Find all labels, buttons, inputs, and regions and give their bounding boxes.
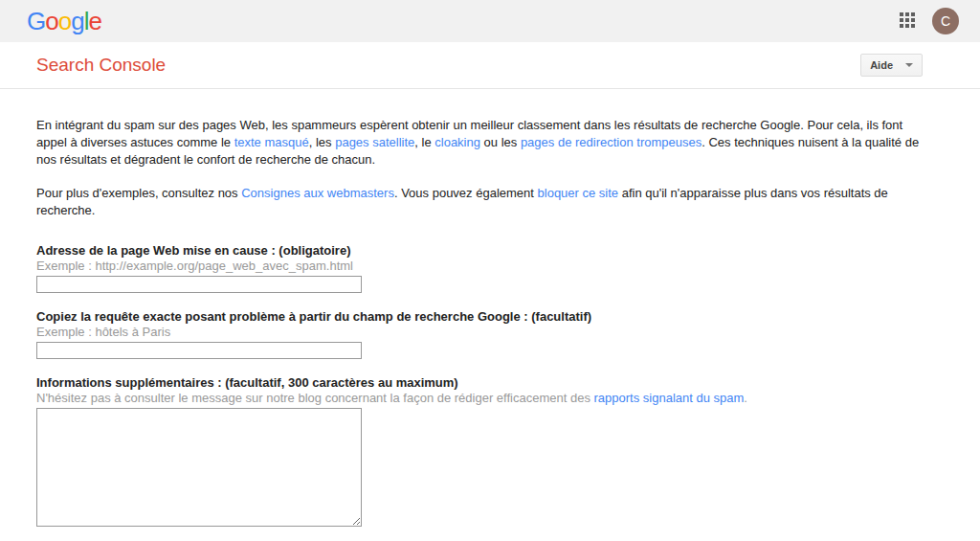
topbar: Google C [0, 0, 980, 42]
title-row: Search Console Aide [0, 42, 980, 88]
avatar-letter: C [941, 13, 950, 29]
text-link[interactable]: cloaking [434, 135, 480, 149]
info-textarea[interactable] [36, 408, 362, 527]
text-link[interactable]: texte masqué [234, 135, 309, 149]
apps-grid-icon[interactable] [900, 12, 917, 30]
intro-paragraph-2: Pour plus d'exemples, consultez nos Cons… [36, 185, 921, 219]
query-field-label: Copiez la requête exacte posant problème… [36, 309, 921, 324]
text-link[interactable]: bloquer ce site [538, 186, 619, 200]
help-button-label: Aide [870, 59, 893, 71]
url-input[interactable] [36, 276, 362, 293]
query-field-hint: Exemple : hôtels à Paris [36, 325, 921, 340]
avatar[interactable]: C [932, 8, 959, 34]
text-link[interactable]: pages satellite [335, 135, 414, 149]
page-title: Search Console [36, 55, 166, 76]
text-link[interactable]: Consignes aux webmasters [241, 186, 394, 200]
spam-report-form: En intégrant du spam sur des pages Web, … [0, 89, 980, 541]
query-field-group: Copiez la requête exacte posant problème… [36, 309, 921, 359]
chevron-down-icon [905, 63, 913, 67]
info-field-label: Informations supplémentaires : (facultat… [36, 375, 921, 390]
help-button[interactable]: Aide [860, 54, 923, 77]
google-logo: Google [27, 9, 101, 34]
url-field-hint: Exemple : http://example.org/page_web_av… [36, 259, 921, 274]
query-input[interactable] [36, 342, 362, 359]
url-field-label: Adresse de la page Web mise en cause : (… [36, 243, 921, 258]
url-field-group: Adresse de la page Web mise en cause : (… [36, 243, 921, 293]
info-field-group: Informations supplémentaires : (facultat… [36, 375, 921, 527]
intro-paragraph-1: En intégrant du spam sur des pages Web, … [36, 117, 921, 169]
text-link[interactable]: rapports signalant du spam [594, 391, 745, 405]
info-field-hint: N'hésitez pas à consulter le message sur… [36, 391, 921, 406]
text-link[interactable]: pages de redirection trompeuses [521, 135, 702, 149]
